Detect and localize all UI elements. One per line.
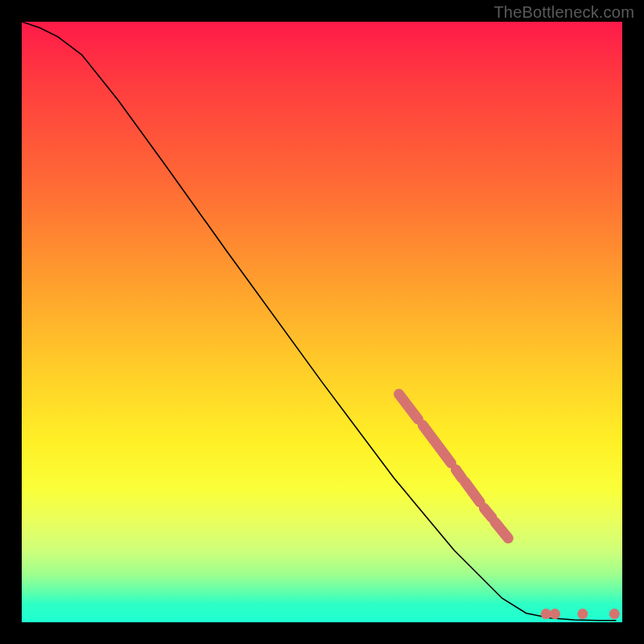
marker-segment — [484, 508, 492, 518]
marker-dots — [541, 609, 620, 619]
marker-segment — [495, 522, 509, 538]
chart-frame: TheBottleneck.com — [0, 0, 644, 644]
marker-segment — [399, 394, 419, 419]
marker-segment — [465, 481, 481, 502]
marker-dot — [541, 609, 551, 619]
marker-segment — [423, 425, 451, 463]
marker-segment — [456, 470, 461, 479]
marker-segments — [399, 394, 509, 539]
marker-dot — [550, 609, 560, 619]
marker-dot — [609, 609, 620, 619]
curve-svg — [22, 22, 622, 622]
main-curve — [22, 22, 617, 621]
marker-dot — [577, 609, 588, 619]
plot-area — [22, 22, 622, 622]
watermark-text: TheBottleneck.com — [493, 3, 634, 22]
